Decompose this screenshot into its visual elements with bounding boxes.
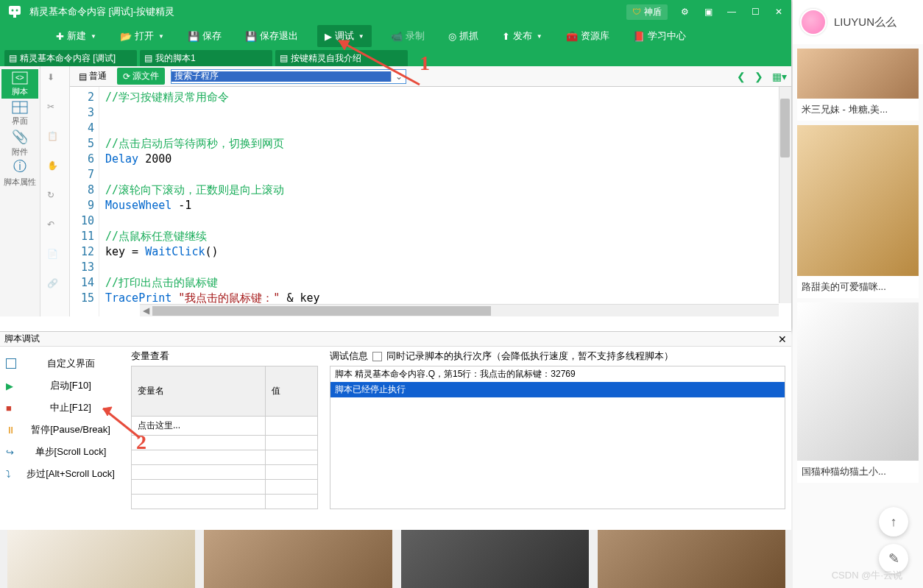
debug-info: 调试信息 同时记录脚本的执行次序（会降低执行速度，暂不支持多线程脚本） 脚本 精… [324,347,791,529]
sidebar-attach[interactable]: 📎 附件 [1,128,38,157]
sidebar-ui[interactable]: 界面 [1,99,38,128]
restore-icon[interactable]: ▣ [701,5,715,18]
thumb-image[interactable] [401,529,589,588]
editor-toolbar: ▤普通 ⟳源文件 ⌄ ❮ ❯ ▦▾ [70,66,791,87]
image-card[interactable]: 米三兄妹 - 堆糖,美... [797,49,919,121]
open-button[interactable]: 📂打开▼ [116,26,169,46]
publish-button[interactable]: ⬆发布▼ [498,26,547,46]
save-icon: 💾 [188,31,199,42]
layout-icon[interactable]: ▦▾ [772,71,787,82]
study-button[interactable]: 📕学习中心 [629,26,690,46]
save-button[interactable]: 💾保存 [183,26,226,46]
undo-icon[interactable]: ↶ [47,219,63,235]
nav-prev-icon[interactable]: ❮ [737,71,746,82]
cat-image [797,125,919,276]
list-icon: ▤ [79,71,87,82]
scroll-top-button[interactable]: ↑ [879,507,908,536]
nav-next-icon[interactable]: ❯ [754,71,763,82]
pause-button[interactable]: ⏸暂停[Pause/Break] [3,419,122,441]
scroll-left-icon[interactable]: ◀ [140,305,152,316]
variable-watch: 变量查看 变量名值 点击这里... [125,347,324,529]
chevron-down-icon: ▼ [158,33,164,40]
resource-button[interactable]: 🧰资源库 [562,26,614,46]
search-dropdown[interactable]: ⌄ [391,71,406,82]
paste-icon[interactable]: 📄 [47,249,63,265]
sidebar-script[interactable]: <> 脚本 [1,69,38,99]
tab-myscript[interactable]: ▤我的脚本1 [140,50,272,66]
link-icon[interactable]: 🔗 [47,278,63,294]
vertical-scrollbar[interactable] [779,87,791,303]
user-info: LIUYUN么么 [793,0,923,44]
chevron-down-icon: ▼ [537,33,542,40]
start-button[interactable]: ▶启动[F10] [3,375,122,397]
cut-icon[interactable]: ✂ [47,102,63,118]
step-button[interactable]: ↪单步[Scroll Lock] [3,441,122,463]
record-order-checkbox[interactable] [372,352,382,361]
code-content[interactable]: //学习按键精灵常用命令 //点击启动后等待两秒，切换到网页 Delay 200… [99,87,791,316]
main-toolbar: ✚新建▼ 📂打开▼ 💾保存 💾保存退出 ▶调试▼ 📹录制 ◎抓抓 ⬆发布▼ 🧰资… [0,24,791,49]
source-view-button[interactable]: ⟳源文件 [117,68,165,85]
minimize-icon[interactable]: — [725,5,738,18]
shield-button[interactable]: 🛡 神盾 [626,4,668,20]
thumb-image[interactable] [7,529,195,588]
paperclip-icon: 📎 [12,129,28,145]
svg-rect-3 [13,15,16,18]
new-button[interactable]: ✚新建▼ [52,26,101,46]
copy-icon[interactable]: 📋 [47,131,63,147]
save-exit-button[interactable]: 💾保存退出 [241,26,303,46]
titlebar: 精灵基本命令内容 [调试]-按键精灵 🛡 神盾 ⚙ ▣ — ☐ ✕ [0,0,791,24]
stop-icon: ■ [6,403,16,413]
search-input[interactable] [171,71,391,82]
settings-icon[interactable]: ⚙ [678,5,691,18]
scrollbar-thumb[interactable] [780,99,790,157]
close-icon[interactable]: ✕ [772,5,785,18]
plus-icon: ✚ [56,31,64,42]
value-cell[interactable] [266,417,318,436]
source-icon: ⟳ [123,71,130,82]
box-icon: 🧰 [566,31,578,42]
variable-table[interactable]: 变量名值 点击这里... [131,366,318,509]
window-icon [6,358,16,369]
normal-view-button[interactable]: ▤普通 [74,68,111,84]
shield-icon: 🛡 [632,7,641,17]
output-line-selected: 脚本已经停止执行 [330,382,785,397]
debug-output[interactable]: 脚本 精灵基本命令内容.Q，第15行：我点击的鼠标键：32769 脚本已经停止执… [330,366,785,509]
maximize-icon[interactable]: ☐ [749,5,762,18]
floating-actions: ↑ ✎ [879,507,908,573]
search-box: ⌄ [171,69,406,84]
scrollbar-thumb[interactable] [152,306,491,316]
close-icon[interactable]: ✕ [778,333,787,345]
tab-script-debug[interactable]: ▤精灵基本命令内容 [调试] [4,50,137,66]
code-editor[interactable]: 23456789101112131415 //学习按键精灵常用命令 //点击启动… [70,87,791,316]
avatar[interactable] [800,9,827,35]
stop-button[interactable]: ■中止[F12] [3,397,122,419]
debug-button[interactable]: ▶调试▼ [317,25,372,47]
svg-point-1 [12,10,14,12]
custom-ui-button[interactable]: 自定义界面 [3,353,122,375]
record-button[interactable]: 📹录制 [386,26,429,46]
checkbox-label: 同时记录脚本的执行次序（会降低执行速度，暂不支持多线程脚本） [386,350,673,363]
step-icon: ↪ [6,447,16,457]
camera-icon: 📹 [391,31,403,42]
horizontal-scrollbar[interactable]: ◀ [140,304,779,316]
username: LIUYUN么么 [834,15,897,29]
thumb-image[interactable] [204,529,392,588]
tab-intro[interactable]: ▤按键精灵自我介绍 [275,50,408,66]
image-card[interactable]: 国猫种猫幼猫土小... [797,302,919,483]
right-browser-panel: LIUYUN么么 米三兄妹 - 堆糖,美... 路甜美的可爱猫咪... 国猫种猫… [793,0,923,588]
thumb-image[interactable] [598,529,785,588]
image-card[interactable]: 路甜美的可爱猫咪... [797,125,919,298]
step-over-button[interactable]: ⤵步过[Alt+Scroll Lock] [3,463,122,485]
refresh-icon[interactable]: ↻ [47,190,63,206]
hand-icon[interactable]: ✋ [47,160,63,177]
variable-cell[interactable]: 点击这里... [132,417,266,436]
arrow-down-icon[interactable]: ⬇ [47,72,63,88]
app-window: 精灵基本命令内容 [调试]-按键精灵 🛡 神盾 ⚙ ▣ — ☐ ✕ ✚新建▼ 📂… [0,0,791,331]
code-icon: <> [12,71,28,85]
capture-button[interactable]: ◎抓抓 [444,26,483,46]
sidebar-properties[interactable]: ⓘ 脚本属性 [1,157,38,187]
cat-image [797,302,919,461]
folder-icon: 📂 [120,31,132,42]
target-icon: ◎ [448,31,456,42]
image-caption: 米三兄妹 - 堆糖,美... [797,99,919,121]
